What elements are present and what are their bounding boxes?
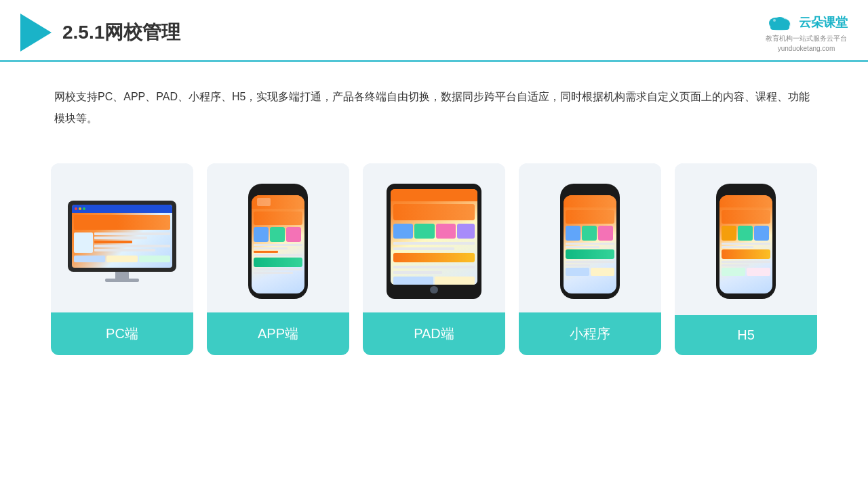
brand-logo: 云朵课堂 — [765, 12, 848, 33]
svg-rect-5 — [770, 24, 789, 30]
card-pc-image — [51, 163, 193, 312]
card-miniapp-label: 小程序 — [519, 312, 661, 355]
card-pad-image — [363, 163, 505, 312]
app-phone-icon — [248, 184, 308, 299]
cards-container: PC端 — [0, 143, 868, 375]
svg-point-6 — [773, 19, 776, 22]
header-left: 2.5.1网校管理 — [20, 14, 180, 52]
card-h5: H5 — [675, 163, 817, 355]
card-miniapp: 小程序 — [519, 163, 661, 355]
card-h5-label: H5 — [675, 315, 817, 355]
description: 网校支持PC、APP、PAD、小程序、H5，实现多端打通，产品各终端自由切换，数… — [0, 62, 868, 143]
cloud-icon — [765, 12, 795, 33]
card-pad-label: PAD端 — [363, 312, 505, 355]
card-miniapp-image — [519, 163, 661, 312]
card-app-label: APP端 — [207, 312, 349, 355]
header: 2.5.1网校管理 云朵课堂 教育机构一站式服务云平台 yunduoketang… — [0, 0, 868, 62]
card-h5-image — [675, 163, 817, 312]
card-pc: PC端 — [51, 163, 193, 355]
description-text: 网校支持PC、APP、PAD、小程序、H5，实现多端打通，产品各终端自由切换，数… — [54, 86, 814, 129]
card-app-image — [207, 163, 349, 312]
card-app: APP端 — [207, 163, 349, 355]
brand-slogan: 教育机构一站式服务云平台 — [766, 34, 847, 43]
page-title: 2.5.1网校管理 — [62, 20, 180, 45]
card-pad: PAD端 — [363, 163, 505, 355]
pc-monitor-icon — [68, 201, 176, 282]
logo-triangle-icon — [20, 14, 52, 52]
brand-name: 云朵课堂 — [799, 14, 848, 30]
card-pc-label: PC端 — [51, 312, 193, 355]
pad-tablet-icon — [387, 184, 481, 299]
brand-url: yunduoketang.com — [778, 45, 835, 52]
miniapp-phone-icon — [560, 184, 620, 299]
header-right: 云朵课堂 教育机构一站式服务云平台 yunduoketang.com — [765, 12, 848, 52]
h5-phone-icon — [716, 184, 776, 299]
